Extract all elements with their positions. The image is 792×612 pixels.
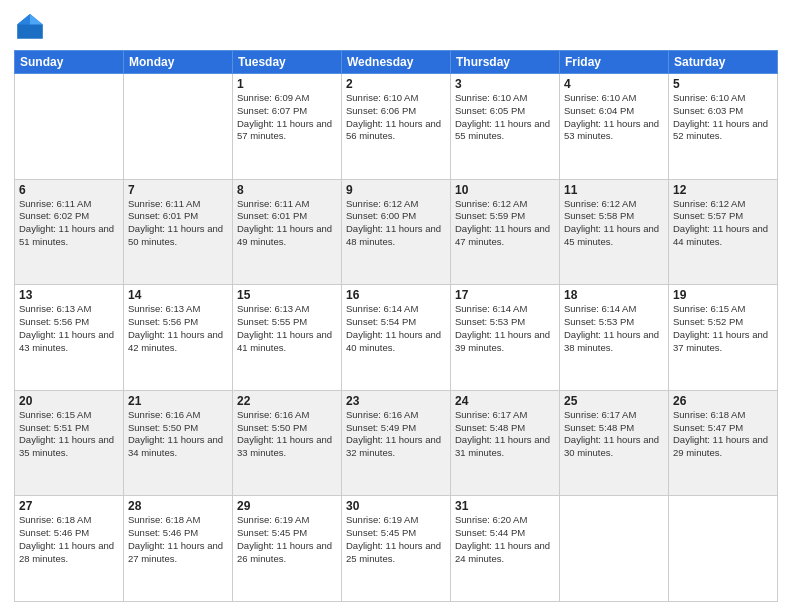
day-info: Sunrise: 6:15 AM Sunset: 5:52 PM Dayligh… [673,303,773,354]
weekday-header: Thursday [451,51,560,74]
weekday-header: Saturday [669,51,778,74]
day-info: Sunrise: 6:12 AM Sunset: 5:59 PM Dayligh… [455,198,555,249]
calendar-cell: 9Sunrise: 6:12 AM Sunset: 6:00 PM Daylig… [342,179,451,285]
calendar-cell: 4Sunrise: 6:10 AM Sunset: 6:04 PM Daylig… [560,74,669,180]
day-info: Sunrise: 6:18 AM Sunset: 5:47 PM Dayligh… [673,409,773,460]
day-info: Sunrise: 6:13 AM Sunset: 5:56 PM Dayligh… [128,303,228,354]
day-number: 4 [564,77,664,91]
weekday-header: Friday [560,51,669,74]
day-number: 19 [673,288,773,302]
day-info: Sunrise: 6:18 AM Sunset: 5:46 PM Dayligh… [128,514,228,565]
day-info: Sunrise: 6:17 AM Sunset: 5:48 PM Dayligh… [455,409,555,460]
calendar-cell: 8Sunrise: 6:11 AM Sunset: 6:01 PM Daylig… [233,179,342,285]
day-number: 26 [673,394,773,408]
calendar-week-row: 1Sunrise: 6:09 AM Sunset: 6:07 PM Daylig… [15,74,778,180]
calendar-week-row: 13Sunrise: 6:13 AM Sunset: 5:56 PM Dayli… [15,285,778,391]
weekday-header-row: SundayMondayTuesdayWednesdayThursdayFrid… [15,51,778,74]
calendar-table: SundayMondayTuesdayWednesdayThursdayFrid… [14,50,778,602]
page: SundayMondayTuesdayWednesdayThursdayFrid… [0,0,792,612]
calendar-cell: 14Sunrise: 6:13 AM Sunset: 5:56 PM Dayli… [124,285,233,391]
header [14,10,778,42]
day-info: Sunrise: 6:09 AM Sunset: 6:07 PM Dayligh… [237,92,337,143]
day-number: 10 [455,183,555,197]
calendar-cell [560,496,669,602]
day-number: 30 [346,499,446,513]
logo-icon [14,10,46,42]
calendar-cell: 31Sunrise: 6:20 AM Sunset: 5:44 PM Dayli… [451,496,560,602]
calendar-cell: 21Sunrise: 6:16 AM Sunset: 5:50 PM Dayli… [124,390,233,496]
calendar-week-row: 6Sunrise: 6:11 AM Sunset: 6:02 PM Daylig… [15,179,778,285]
day-info: Sunrise: 6:14 AM Sunset: 5:54 PM Dayligh… [346,303,446,354]
calendar-cell [15,74,124,180]
day-info: Sunrise: 6:11 AM Sunset: 6:02 PM Dayligh… [19,198,119,249]
calendar-cell: 19Sunrise: 6:15 AM Sunset: 5:52 PM Dayli… [669,285,778,391]
calendar-cell: 26Sunrise: 6:18 AM Sunset: 5:47 PM Dayli… [669,390,778,496]
calendar-cell: 7Sunrise: 6:11 AM Sunset: 6:01 PM Daylig… [124,179,233,285]
day-number: 2 [346,77,446,91]
day-number: 13 [19,288,119,302]
day-number: 7 [128,183,228,197]
day-number: 9 [346,183,446,197]
calendar-cell: 3Sunrise: 6:10 AM Sunset: 6:05 PM Daylig… [451,74,560,180]
day-info: Sunrise: 6:19 AM Sunset: 5:45 PM Dayligh… [346,514,446,565]
svg-marker-2 [17,14,30,24]
calendar-cell [669,496,778,602]
svg-marker-1 [30,14,43,24]
day-info: Sunrise: 6:16 AM Sunset: 5:49 PM Dayligh… [346,409,446,460]
day-number: 1 [237,77,337,91]
weekday-header: Wednesday [342,51,451,74]
weekday-header: Tuesday [233,51,342,74]
day-info: Sunrise: 6:10 AM Sunset: 6:03 PM Dayligh… [673,92,773,143]
calendar-cell: 17Sunrise: 6:14 AM Sunset: 5:53 PM Dayli… [451,285,560,391]
calendar-cell: 22Sunrise: 6:16 AM Sunset: 5:50 PM Dayli… [233,390,342,496]
calendar-cell: 15Sunrise: 6:13 AM Sunset: 5:55 PM Dayli… [233,285,342,391]
day-info: Sunrise: 6:19 AM Sunset: 5:45 PM Dayligh… [237,514,337,565]
day-number: 29 [237,499,337,513]
logo [14,10,50,42]
calendar-cell: 25Sunrise: 6:17 AM Sunset: 5:48 PM Dayli… [560,390,669,496]
day-number: 31 [455,499,555,513]
calendar-cell [124,74,233,180]
day-info: Sunrise: 6:10 AM Sunset: 6:05 PM Dayligh… [455,92,555,143]
day-info: Sunrise: 6:16 AM Sunset: 5:50 PM Dayligh… [237,409,337,460]
day-number: 17 [455,288,555,302]
day-number: 8 [237,183,337,197]
calendar-cell: 13Sunrise: 6:13 AM Sunset: 5:56 PM Dayli… [15,285,124,391]
calendar-cell: 12Sunrise: 6:12 AM Sunset: 5:57 PM Dayli… [669,179,778,285]
day-info: Sunrise: 6:16 AM Sunset: 5:50 PM Dayligh… [128,409,228,460]
day-number: 22 [237,394,337,408]
day-number: 12 [673,183,773,197]
calendar-cell: 20Sunrise: 6:15 AM Sunset: 5:51 PM Dayli… [15,390,124,496]
calendar-cell: 2Sunrise: 6:10 AM Sunset: 6:06 PM Daylig… [342,74,451,180]
calendar-cell: 27Sunrise: 6:18 AM Sunset: 5:46 PM Dayli… [15,496,124,602]
day-number: 27 [19,499,119,513]
day-number: 24 [455,394,555,408]
calendar-cell: 11Sunrise: 6:12 AM Sunset: 5:58 PM Dayli… [560,179,669,285]
calendar-cell: 16Sunrise: 6:14 AM Sunset: 5:54 PM Dayli… [342,285,451,391]
day-number: 5 [673,77,773,91]
calendar-cell: 18Sunrise: 6:14 AM Sunset: 5:53 PM Dayli… [560,285,669,391]
day-info: Sunrise: 6:17 AM Sunset: 5:48 PM Dayligh… [564,409,664,460]
calendar-cell: 5Sunrise: 6:10 AM Sunset: 6:03 PM Daylig… [669,74,778,180]
calendar-cell: 6Sunrise: 6:11 AM Sunset: 6:02 PM Daylig… [15,179,124,285]
calendar-cell: 1Sunrise: 6:09 AM Sunset: 6:07 PM Daylig… [233,74,342,180]
day-info: Sunrise: 6:13 AM Sunset: 5:55 PM Dayligh… [237,303,337,354]
day-number: 14 [128,288,228,302]
day-number: 25 [564,394,664,408]
day-number: 18 [564,288,664,302]
day-info: Sunrise: 6:10 AM Sunset: 6:06 PM Dayligh… [346,92,446,143]
calendar-cell: 10Sunrise: 6:12 AM Sunset: 5:59 PM Dayli… [451,179,560,285]
calendar-cell: 30Sunrise: 6:19 AM Sunset: 5:45 PM Dayli… [342,496,451,602]
day-info: Sunrise: 6:12 AM Sunset: 6:00 PM Dayligh… [346,198,446,249]
day-number: 15 [237,288,337,302]
day-info: Sunrise: 6:14 AM Sunset: 5:53 PM Dayligh… [455,303,555,354]
day-number: 16 [346,288,446,302]
day-info: Sunrise: 6:20 AM Sunset: 5:44 PM Dayligh… [455,514,555,565]
day-number: 3 [455,77,555,91]
day-info: Sunrise: 6:11 AM Sunset: 6:01 PM Dayligh… [128,198,228,249]
day-info: Sunrise: 6:14 AM Sunset: 5:53 PM Dayligh… [564,303,664,354]
calendar-week-row: 20Sunrise: 6:15 AM Sunset: 5:51 PM Dayli… [15,390,778,496]
day-number: 23 [346,394,446,408]
day-number: 6 [19,183,119,197]
day-info: Sunrise: 6:18 AM Sunset: 5:46 PM Dayligh… [19,514,119,565]
